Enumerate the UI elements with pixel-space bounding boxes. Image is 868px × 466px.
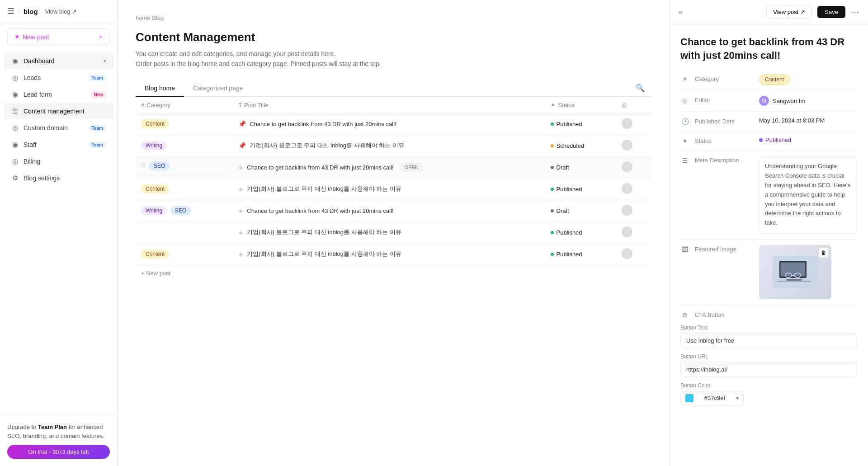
main-content-area: home Blog Content Management You can cre… <box>118 0 669 466</box>
more-options-button[interactable]: ⋯ <box>851 7 859 17</box>
table-row[interactable]: Writing 📌 기업(회사) 블로그로 우피 대신 inblog를 사용해야… <box>136 135 651 156</box>
sidebar-item-lead-form[interactable]: ◉ Lead form New <box>4 86 113 103</box>
content-management-icon: ☰ <box>11 107 19 115</box>
avatar <box>622 118 632 129</box>
category-icon: # <box>680 75 689 83</box>
button-color-selector[interactable]: #37c9ef ▾ <box>680 391 744 405</box>
status-badge: Published <box>551 186 610 193</box>
cta-section: Button Text Button URL Button Color #37c… <box>670 325 868 416</box>
category-badge: Content <box>141 249 169 259</box>
avatar: SI <box>759 96 769 106</box>
sidebar-item-billing[interactable]: ◎ Billing <box>4 153 113 169</box>
status-dot <box>759 138 763 142</box>
category-badge: Content <box>141 119 169 128</box>
category-badge: Writing <box>141 206 167 215</box>
col-status: ✦ Status <box>545 97 616 113</box>
staff-icon: ◉ <box>11 141 19 149</box>
right-panel: « View post ↗ Save ⋯ Chance to get backl… <box>669 0 868 466</box>
col-avatar: ◎ <box>616 97 651 113</box>
col-post-title: T Post Title <box>233 97 545 113</box>
category-badge: SEO <box>170 206 191 215</box>
category-tag[interactable]: Content <box>759 75 790 85</box>
post-title-cell: ◈ 기업(회사) 블로그로 우피 대신 inblog를 사용해야 하는 이유 <box>238 185 540 193</box>
view-post-button[interactable]: View post ↗ <box>766 5 812 19</box>
view-blog-link[interactable]: View blog ↗ <box>45 8 77 15</box>
collapse-button[interactable]: « <box>679 8 683 16</box>
featured-image[interactable]: 🗑 <box>759 245 831 299</box>
table-row[interactable]: Writing SEO ◈ Chance to get backlink fro… <box>136 200 651 221</box>
search-button[interactable]: 🔍 <box>633 81 647 95</box>
status-badge: Published <box>551 229 610 236</box>
billing-icon: ◎ <box>11 157 19 165</box>
panel-row-featured-image: 🖼 Featured Image <box>680 240 857 305</box>
sidebar-item-blog-settings[interactable]: ⚙ Blog settings <box>4 170 113 186</box>
sidebar-item-staff[interactable]: ◉ Staff Team <box>4 137 113 153</box>
status-published-badge[interactable]: Published <box>759 137 857 143</box>
tabs-row: Blog home Categorized page 🔍 <box>136 80 651 97</box>
button-text-input[interactable] <box>680 333 857 348</box>
svg-rect-4 <box>786 279 802 281</box>
sidebar: ☰ / blog View blog ↗ ✦ New post + ◉ Dash… <box>0 0 118 466</box>
pin-icon: 📌 <box>238 120 246 127</box>
pin-icon: ◈ <box>238 164 243 171</box>
trial-button[interactable]: On trial - 3073 days left <box>7 445 110 459</box>
content-table: # Category T Post Title ✦ Status <box>136 97 651 265</box>
new-post-plus-icon: + <box>99 33 103 41</box>
table-row[interactable]: Content ◈ 기업(회사) 블로그로 우피 대신 inblog를 사용해야… <box>136 178 651 200</box>
status-badge: Published <box>551 121 610 127</box>
panel-row-cta: ⧉ CTA Button <box>680 305 857 325</box>
sidebar-header: ☰ / blog View blog ↗ <box>0 0 117 23</box>
menu-icon[interactable]: ☰ <box>7 6 14 16</box>
button-url-label: Button URL <box>680 353 857 360</box>
table-row[interactable]: Content 📌 Chance to get backlink from 43… <box>136 113 651 135</box>
post-title-cell: 📌 기업(회사) 블로그로 우피 대신 inblog를 사용해야 하는 이유 <box>238 141 540 150</box>
button-url-input[interactable] <box>680 362 857 377</box>
category-badge: Content <box>141 184 169 193</box>
tab-blog-home[interactable]: Blog home <box>136 80 184 97</box>
breadcrumb: home Blog <box>136 14 651 21</box>
panel-row-published-date: 🕐 Published Date May 10, 2024 at 8:03 PM <box>680 112 857 131</box>
table-row[interactable]: ⠿ SEO ◈ Chance to get backlink from 43 D… <box>136 156 651 178</box>
chevron-down-icon: ▾ <box>736 395 739 401</box>
status-badge: Scheduled <box>551 142 610 149</box>
tab-categorized-page[interactable]: Categorized page <box>184 80 252 97</box>
sidebar-item-custom-domain[interactable]: ◎ Custom domain Team <box>4 120 113 136</box>
sidebar-nav: ◉ Dashboard ▾ ◎ Leads Team ◉ Lead form N… <box>0 51 117 415</box>
table-row[interactable]: Content ◈ 기업(회사) 블로그로 우피 대신 inblog를 사용해야… <box>136 243 651 265</box>
save-button[interactable]: Save <box>817 6 845 18</box>
button-color-label: Button Color <box>680 382 857 389</box>
pin-icon: ◈ <box>238 207 243 214</box>
date-icon: 🕐 <box>680 118 689 125</box>
sidebar-item-dashboard[interactable]: ◉ Dashboard ▾ <box>4 53 113 69</box>
col-category: # Category <box>136 97 233 113</box>
sidebar-item-content-management[interactable]: ☰ Content management <box>4 103 113 119</box>
status-dot <box>551 231 554 234</box>
new-post-row[interactable]: + New post <box>136 265 651 281</box>
delete-image-button[interactable]: 🗑 <box>819 248 829 258</box>
new-post-button[interactable]: ✦ New post + <box>7 28 110 45</box>
cta-icon: ⧉ <box>680 311 689 319</box>
table-row[interactable]: ◈ 기업(회사) 블로그로 우피 대신 inblog를 사용해야 하는 이유 P… <box>136 221 651 243</box>
panel-header: « View post ↗ Save ⋯ <box>670 0 868 24</box>
pin-icon: ◈ <box>238 185 243 193</box>
panel-row-status: ✦ Status Published <box>680 131 857 151</box>
drag-handle-icon[interactable]: ⠿ <box>141 162 146 169</box>
open-badge: OPEN <box>401 163 422 171</box>
editor-icon: ◎ <box>680 97 689 104</box>
sidebar-item-leads[interactable]: ◎ Leads Team <box>4 70 113 86</box>
dashboard-icon: ◉ <box>11 57 19 65</box>
avatar <box>622 248 632 259</box>
status-badge: Draft <box>551 207 610 214</box>
meta-description-box[interactable]: Understanding your Google Search Console… <box>759 156 857 234</box>
status-dot <box>551 209 554 212</box>
chevron-icon: ▾ <box>104 58 106 64</box>
avatar <box>622 140 632 151</box>
status-badge: Draft <box>551 164 610 171</box>
status-dot <box>551 188 554 191</box>
avatar <box>622 226 632 237</box>
button-text-label: Button Text <box>680 325 857 331</box>
avatar <box>622 183 632 194</box>
page-title: Content Management <box>136 30 651 44</box>
post-title-cell: ◈ 기업(회사) 블로그로 우피 대신 inblog를 사용해야 하는 이유 <box>238 250 540 258</box>
panel-row-editor: ◎ Editor SI Sangwon Im <box>680 90 857 112</box>
